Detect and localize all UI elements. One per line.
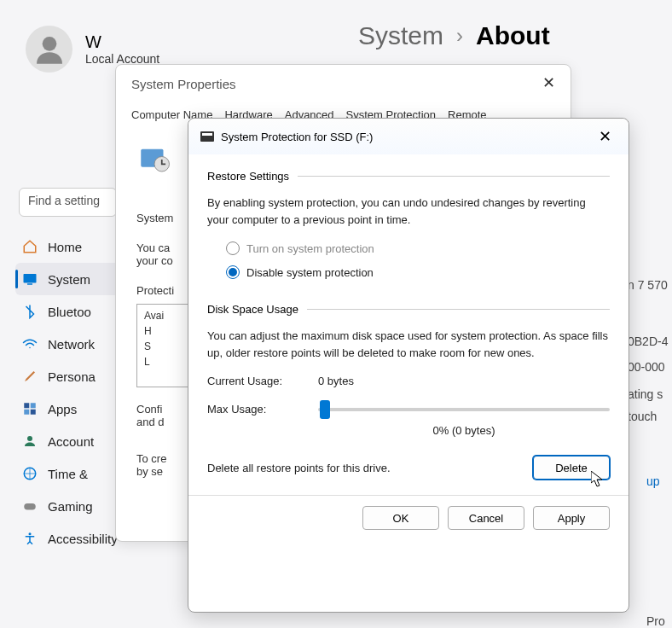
svg-rect-2 xyxy=(27,283,32,285)
user-name: W xyxy=(85,32,159,52)
apply-button[interactable]: Apply xyxy=(533,506,610,530)
divider xyxy=(298,176,610,177)
svg-point-7 xyxy=(27,436,32,441)
sidebar-item-accounts[interactable]: Account xyxy=(15,425,126,457)
sidebar-item-label: Apps xyxy=(48,402,77,416)
sidebar-item-label: Gaming xyxy=(48,499,93,514)
sidebar-item-time[interactable]: Time & xyxy=(15,457,126,490)
current-usage-value: 0 bytes xyxy=(318,375,354,387)
account-icon xyxy=(22,433,38,449)
sidebar-item-label: Network xyxy=(48,337,95,352)
dialog-button-row: OK Cancel Apply xyxy=(207,506,610,530)
sidebar-item-network[interactable]: Network xyxy=(15,328,126,360)
group-title: Disk Space Usage xyxy=(207,303,298,316)
sidebar-item-label: Home xyxy=(48,240,82,254)
window-title: System Properties xyxy=(116,65,571,103)
svg-rect-6 xyxy=(31,410,36,415)
svg-rect-5 xyxy=(24,410,29,415)
close-icon[interactable]: ✕ xyxy=(542,73,555,92)
sidebar-item-home[interactable]: Home xyxy=(15,230,126,263)
system-protection-dialog: System Protection for SSD (F:) ✕ Restore… xyxy=(188,118,629,613)
max-usage-value: 0% (0 bytes) xyxy=(318,424,610,437)
apps-icon xyxy=(22,401,38,416)
restore-description: By enabling system protection, you can u… xyxy=(207,195,610,228)
titlebar[interactable]: System Protection for SSD (F:) ✕ xyxy=(188,119,629,154)
settings-window: W Local Account System › About Find a se… xyxy=(0,0,672,628)
slider-thumb[interactable] xyxy=(320,400,330,419)
breadcrumb-system[interactable]: System xyxy=(358,21,443,50)
bg-link-fragment[interactable]: up xyxy=(646,474,672,488)
divider xyxy=(188,495,629,496)
ok-button[interactable]: OK xyxy=(362,506,439,530)
radio-group: Turn on system protection Disable system… xyxy=(207,241,610,279)
radio-icon xyxy=(226,241,240,255)
system-icon xyxy=(22,271,38,287)
home-icon xyxy=(22,239,38,254)
dialog-title: System Protection for SSD (F:) xyxy=(221,131,594,143)
gaming-icon xyxy=(22,498,38,514)
max-usage-row: Max Usage: xyxy=(207,403,610,416)
breadcrumb: System › About xyxy=(358,21,550,50)
search-input[interactable]: Find a setting xyxy=(19,188,117,217)
svg-point-10 xyxy=(29,532,32,535)
delete-description: Delete all restore points for this drive… xyxy=(207,462,391,474)
sidebar-item-apps[interactable]: Apps xyxy=(15,392,126,425)
delete-section: Delete all restore points for this drive… xyxy=(207,456,610,480)
radio-disable[interactable]: Disable system protection xyxy=(226,265,610,279)
sidebar-item-label: Bluetoo xyxy=(48,305,91,319)
max-usage-label: Max Usage: xyxy=(207,403,318,416)
bg-text-fragment: 00-000 xyxy=(628,360,672,374)
disk-description: You can adjust the maximum disk space us… xyxy=(207,328,610,361)
dialog-body: Restore Settings By enabling system prot… xyxy=(188,154,629,540)
sidebar-item-system[interactable]: System xyxy=(15,263,126,295)
bluetooth-icon xyxy=(22,304,38,319)
sidebar-item-label: Accessibility xyxy=(48,532,118,546)
globe-icon xyxy=(22,466,38,481)
sidebar: Home System Bluetoo Network Persona Apps… xyxy=(15,230,126,555)
svg-rect-4 xyxy=(31,403,36,408)
svg-rect-3 xyxy=(24,403,29,408)
radio-checked-icon xyxy=(226,265,240,279)
svg-rect-9 xyxy=(24,503,36,510)
max-usage-slider[interactable] xyxy=(318,408,610,411)
current-usage-label: Current Usage: xyxy=(207,375,318,387)
bg-text-fragment: ating s xyxy=(628,387,672,401)
disk-space-header: Disk Space Usage xyxy=(207,303,610,316)
user-info: W Local Account xyxy=(85,32,159,66)
sidebar-item-bluetooth[interactable]: Bluetoo xyxy=(15,295,126,328)
chevron-right-icon: › xyxy=(456,24,463,48)
cancel-button[interactable]: Cancel xyxy=(448,506,524,530)
sidebar-item-label: Account xyxy=(48,434,94,449)
sidebar-item-label: System xyxy=(48,272,90,287)
radio-label: Disable system protection xyxy=(246,266,374,279)
breadcrumb-about: About xyxy=(476,21,550,50)
bg-text-fragment: Pro xyxy=(646,614,672,628)
brush-icon xyxy=(22,369,38,384)
bg-text-fragment: touch xyxy=(628,410,672,423)
wifi-icon xyxy=(22,336,38,352)
restore-icon xyxy=(136,142,172,177)
svg-rect-1 xyxy=(24,274,37,283)
delete-button[interactable]: Delete xyxy=(533,456,610,480)
drive-icon xyxy=(200,131,214,142)
avatar xyxy=(26,26,72,73)
sidebar-item-personalization[interactable]: Persona xyxy=(15,360,126,392)
radio-label: Turn on system protection xyxy=(246,242,374,255)
sidebar-item-label: Persona xyxy=(48,369,96,384)
svg-point-0 xyxy=(42,37,56,51)
close-icon[interactable]: ✕ xyxy=(594,127,617,146)
sidebar-item-accessibility[interactable]: Accessibility xyxy=(15,522,126,555)
group-title: Restore Settings xyxy=(207,170,289,183)
bg-text-fragment: 0B2D-4 xyxy=(628,334,672,348)
divider xyxy=(307,309,610,310)
radio-turn-on[interactable]: Turn on system protection xyxy=(226,241,610,255)
bg-text-fragment: n 7 570 xyxy=(628,278,672,292)
current-usage-row: Current Usage: 0 bytes xyxy=(207,375,610,387)
restore-settings-header: Restore Settings xyxy=(207,170,610,183)
accessibility-icon xyxy=(22,531,38,546)
sidebar-item-label: Time & xyxy=(48,467,88,481)
sidebar-item-gaming[interactable]: Gaming xyxy=(15,490,126,522)
person-icon xyxy=(32,32,67,67)
